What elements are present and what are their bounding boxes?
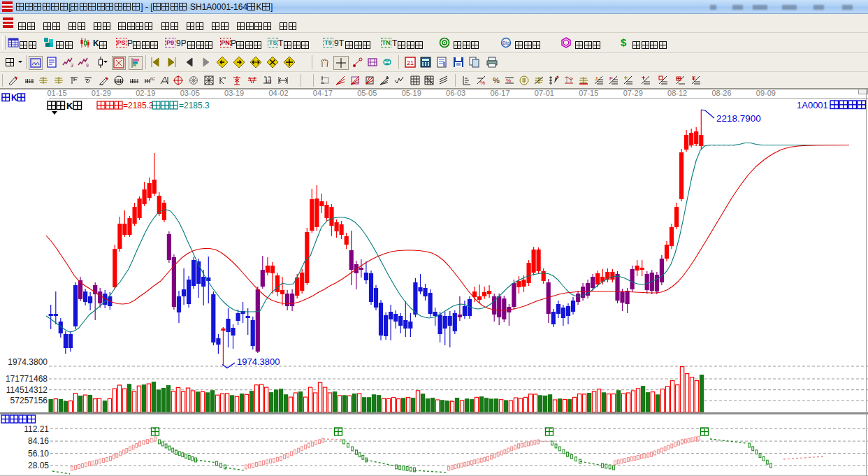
svg-text:%: % — [493, 76, 500, 85]
svg-text:08-26: 08-26 — [711, 89, 731, 97]
svg-text:K: K — [11, 93, 17, 103]
svg-text:123: 123 — [266, 79, 272, 83]
svg-text:05-05: 05-05 — [357, 89, 377, 97]
svg-text:2218.7900: 2218.7900 — [716, 113, 761, 124]
svg-text:04-17: 04-17 — [313, 89, 333, 97]
svg-text:112.21: 112.21 — [24, 424, 49, 434]
svg-text:06-17: 06-17 — [490, 89, 509, 97]
svg-text:07-15: 07-15 — [579, 89, 598, 97]
svg-text:02-19: 02-19 — [136, 89, 155, 97]
svg-text:28.05: 28.05 — [28, 461, 49, 470]
svg-text:07-29: 07-29 — [623, 89, 643, 97]
svg-text:07-01: 07-01 — [535, 89, 554, 97]
svg-text:21: 21 — [407, 59, 414, 66]
svg-text:06-03: 06-03 — [446, 89, 465, 97]
svg-text:171771468: 171771468 — [6, 374, 48, 384]
svg-text:01-29: 01-29 — [92, 89, 111, 97]
svg-text:05-19: 05-19 — [402, 89, 421, 97]
svg-text:Big: Big — [502, 41, 509, 46]
svg-text:84.16: 84.16 — [28, 436, 49, 446]
svg-text:03-19: 03-19 — [224, 89, 244, 97]
svg-text:1974.3800: 1974.3800 — [8, 357, 48, 367]
svg-text:3: 3 — [71, 63, 73, 68]
svg-text:J: J — [595, 75, 598, 82]
svg-text:09-09: 09-09 — [756, 89, 776, 97]
svg-text:n2: n2 — [150, 76, 154, 81]
svg-text:56.10: 56.10 — [28, 449, 49, 459]
svg-text:08-12: 08-12 — [667, 89, 687, 97]
svg-text:%: % — [506, 78, 511, 84]
svg-text:1974.3800: 1974.3800 — [237, 356, 280, 367]
svg-text:K: K — [66, 101, 73, 111]
svg-text:9: 9 — [86, 63, 89, 68]
svg-text:57257156: 57257156 — [10, 396, 48, 405]
svg-text:03-05: 03-05 — [180, 89, 200, 97]
svg-text:04-02: 04-02 — [268, 89, 288, 97]
svg-text:114514312: 114514312 — [6, 385, 48, 395]
svg-text:1A0001: 1A0001 — [797, 100, 828, 110]
svg-text:F: F — [609, 75, 613, 82]
svg-text:%: % — [480, 80, 485, 86]
svg-text:01-15: 01-15 — [47, 89, 66, 97]
svg-text:=2185.3: =2185.3 — [123, 101, 154, 110]
svg-text:=2185.3: =2185.3 — [179, 101, 210, 110]
